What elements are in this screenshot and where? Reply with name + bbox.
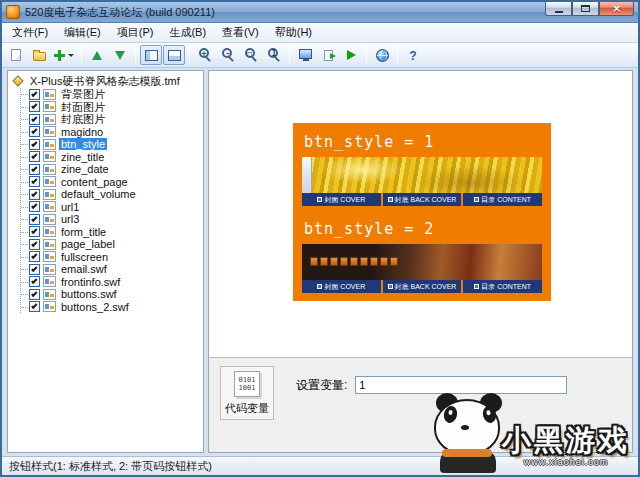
item-checkbox[interactable] — [29, 126, 40, 137]
item-checkbox[interactable] — [29, 201, 40, 212]
nav-button-cover[interactable]: 封面 COVER — [302, 193, 381, 206]
tree-item[interactable]: magidno — [21, 126, 201, 139]
menu-view[interactable]: 查看(V) — [214, 22, 267, 43]
item-type-icon — [43, 301, 56, 312]
item-type-icon — [43, 264, 56, 275]
tree-item[interactable]: page_label — [21, 238, 201, 251]
item-checkbox[interactable] — [29, 151, 40, 162]
toolbar-separator — [397, 47, 398, 63]
variable-value-input[interactable] — [355, 376, 567, 394]
toolbar — [2, 43, 638, 68]
item-checkbox[interactable] — [29, 139, 40, 150]
tree-item[interactable]: default_volume — [21, 188, 201, 201]
tree-root-node[interactable]: X-Plus硬书脊风格杂志模版.tmf — [10, 74, 201, 88]
item-checkbox[interactable] — [29, 289, 40, 300]
btn-style-2-label: btn_style = 2 — [304, 220, 542, 238]
nav-button-cover[interactable]: 封面 COVER — [302, 280, 381, 293]
toolbar-separator — [366, 47, 367, 63]
tree-item[interactable]: btn_style — [21, 138, 201, 151]
new-file-button[interactable] — [5, 45, 27, 65]
item-type-icon — [43, 289, 56, 300]
add-item-button[interactable] — [51, 45, 77, 65]
menu-help[interactable]: 帮助(H) — [267, 22, 320, 43]
zoom-fit-button[interactable] — [240, 45, 262, 65]
zoom-in-button[interactable] — [194, 45, 216, 65]
preview-button[interactable] — [294, 45, 316, 65]
export-icon — [324, 50, 333, 61]
item-checkbox[interactable] — [29, 239, 40, 250]
tree-item[interactable]: 封面图片 — [21, 101, 201, 114]
move-up-button[interactable] — [86, 45, 108, 65]
item-checkbox[interactable] — [29, 164, 40, 175]
tree-item[interactable]: frontinfo.swf — [21, 276, 201, 289]
menu-file[interactable]: 文件(F) — [4, 22, 56, 43]
export-button[interactable] — [317, 45, 339, 65]
tree-item[interactable]: 封底图片 — [21, 113, 201, 126]
item-checkbox[interactable] — [29, 189, 40, 200]
tree-item[interactable]: email.swf — [21, 263, 201, 276]
item-type-icon — [43, 151, 56, 162]
toggle-tree-panel-button[interactable] — [140, 45, 162, 65]
nav-button-back-cover[interactable]: 封底 BACK COVER — [381, 193, 462, 206]
zoom-actual-button[interactable] — [263, 45, 285, 65]
nav-button-label: 封面 COVER — [324, 282, 365, 292]
move-down-button[interactable] — [109, 45, 131, 65]
help-button[interactable] — [402, 45, 424, 65]
tree-item[interactable]: url3 — [21, 213, 201, 226]
tree-item-label: form_title — [59, 226, 108, 238]
item-checkbox[interactable] — [29, 101, 40, 112]
set-variable-label: 设置变量: — [296, 377, 347, 394]
item-checkbox[interactable] — [29, 251, 40, 262]
menu-build[interactable]: 生成(B) — [161, 22, 214, 43]
tree-item[interactable]: zine_title — [21, 151, 201, 164]
maximize-button[interactable] — [572, 2, 599, 16]
magazine-nav-bar: 封面 COVER封底 BACK COVER目录 CONTENT — [302, 280, 542, 293]
tree-item[interactable]: form_title — [21, 226, 201, 239]
check-icon — [31, 128, 37, 134]
nav-button-label: 目录 CONTENT — [481, 282, 531, 292]
code-variable-item[interactable]: 0101 1001 代码变量 — [220, 366, 274, 420]
item-checkbox[interactable] — [29, 301, 40, 312]
magazine-strip-style2 — [302, 244, 542, 280]
item-checkbox[interactable] — [29, 214, 40, 225]
tree-item[interactable]: 背景图片 — [21, 88, 201, 101]
website-button[interactable] — [371, 45, 393, 65]
close-button[interactable]: × — [599, 2, 634, 16]
item-checkbox[interactable] — [29, 114, 40, 125]
item-checkbox[interactable] — [29, 226, 40, 237]
check-icon — [31, 265, 37, 271]
item-type-icon — [43, 89, 56, 100]
item-checkbox[interactable] — [29, 276, 40, 287]
item-checkbox[interactable] — [29, 264, 40, 275]
minimize-button[interactable] — [545, 2, 572, 16]
tree-item[interactable]: buttons_2.swf — [21, 301, 201, 314]
menu-edit[interactable]: 编辑(E) — [56, 22, 109, 43]
tree-item-label: frontinfo.swf — [59, 276, 122, 288]
open-file-button[interactable] — [28, 45, 50, 65]
panel-bottom-icon — [168, 50, 181, 61]
tree-item[interactable]: zine_date — [21, 163, 201, 176]
run-button[interactable] — [340, 45, 362, 65]
nav-button-content[interactable]: 目录 CONTENT — [461, 280, 542, 293]
toggle-properties-panel-button[interactable] — [163, 45, 185, 65]
tree-item-label: zine_title — [59, 151, 106, 163]
check-icon — [31, 90, 37, 96]
zoom-out-button[interactable] — [217, 45, 239, 65]
nav-button-back-cover[interactable]: 封底 BACK COVER — [381, 280, 462, 293]
tree-children: 背景图片封面图片封底图片magidnobtn_stylezine_titlezi… — [20, 88, 201, 313]
check-icon — [31, 165, 37, 171]
item-checkbox[interactable] — [29, 89, 40, 100]
tree-item[interactable]: url1 — [21, 201, 201, 214]
nav-button-content[interactable]: 目录 CONTENT — [461, 193, 542, 206]
menu-project[interactable]: 项目(P) — [109, 22, 162, 43]
tree-item[interactable]: content_page — [21, 176, 201, 189]
tree-item[interactable]: fullscreen — [21, 251, 201, 264]
zoom-in-icon — [199, 48, 209, 58]
tree-item-label: btn_style — [59, 138, 107, 150]
btn-style-1-label: btn_style = 1 — [304, 133, 542, 151]
tree-item[interactable]: buttons.swf — [21, 288, 201, 301]
item-type-icon — [43, 214, 56, 225]
item-checkbox[interactable] — [29, 176, 40, 187]
app-icon — [6, 5, 20, 19]
globe-icon — [376, 49, 389, 62]
